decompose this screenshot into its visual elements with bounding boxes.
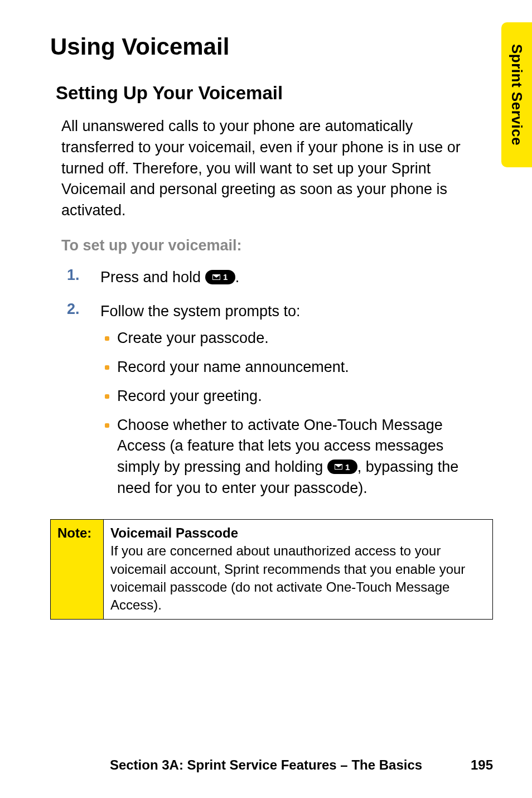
bullet-item: Record your name announcement. [100,357,476,378]
step-1-post: . [235,269,240,286]
footer-section: Section 3A: Sprint Service Features – Th… [110,757,422,772]
intro-paragraph: All unanswered calls to your phone are a… [61,116,471,221]
mail-icon [212,274,220,280]
note-title: Voicemail Passcode [110,525,238,540]
key-digit: 1 [345,461,350,473]
bullet-item: Record your greeting. [100,386,476,407]
step-1: 1. Press and hold 1 . [67,267,493,288]
footer-page-number: 195 [471,757,493,773]
key-digit: 1 [223,271,228,283]
section-heading: Setting Up Your Voicemail [56,83,493,104]
page-title: Using Voicemail [50,33,493,60]
note-box: Note: Voicemail Passcode If you are conc… [50,519,493,620]
step-body: Press and hold 1 . [100,267,493,288]
mail-icon [335,464,342,470]
step-number: 1. [67,267,100,288]
voicemail-key-icon: 1 [327,460,357,474]
page: Sprint Service Using Voicemail Setting U… [0,0,532,798]
page-footer: Section 3A: Sprint Service Features – Th… [0,757,532,773]
step-body: Follow the system prompts to: Create you… [100,301,493,507]
step-2-lead: Follow the system prompts to: [100,303,301,320]
note-label: Note: [51,519,104,619]
step-1-pre: Press and hold [100,269,205,286]
steps-list: 1. Press and hold 1 . 2. Follow the syst… [67,267,493,507]
note-body: Voicemail Passcode If you are concerned … [104,519,493,619]
side-tab-label: Sprint Service [508,44,525,146]
bullet-list: Create your passcode. Record your name a… [100,328,476,499]
bullet-item: Choose whether to activate One-Touch Mes… [100,415,476,499]
side-tab: Sprint Service [501,22,532,167]
note-text: If you are concerned about unauthorized … [110,543,465,612]
step-2: 2. Follow the system prompts to: Create … [67,301,493,507]
voicemail-key-icon: 1 [205,270,235,284]
step-number: 2. [67,301,100,507]
bullet-item: Create your passcode. [100,328,476,349]
procedure-subhead: To set up your voicemail: [61,237,493,254]
